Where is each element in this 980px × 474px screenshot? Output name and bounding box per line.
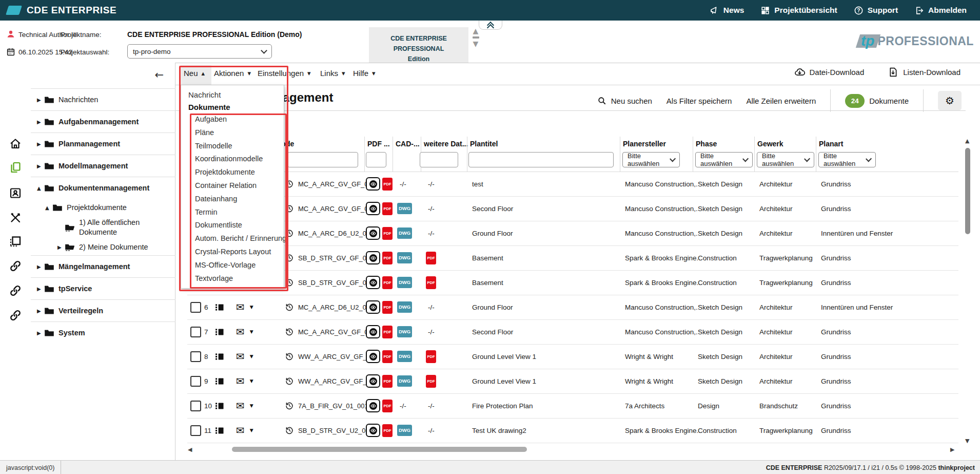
row-checkbox[interactable] [190,376,201,387]
tree-expand-arrow[interactable]: ▶ [57,244,65,250]
topnav-item-news[interactable]: News [710,6,744,15]
topnav-item-projektübersicht[interactable]: Projektübersicht [760,6,837,15]
tree-expand-arrow[interactable]: ▶ [37,119,44,125]
column-header-trade[interactable]: Gewerk [757,140,783,148]
sidebar-item-modellmanagement[interactable]: ▶Modellmanagement [31,155,175,177]
pdf-file-icon[interactable]: PDF [382,276,393,289]
dwg-file-icon[interactable]: DWG [397,326,412,337]
grid-row-icon[interactable] [215,328,225,336]
rail-copy-icon[interactable] [9,161,22,174]
row-checkbox[interactable] [190,327,201,337]
filter-select-trade[interactable]: Bitte auswählen [757,152,814,167]
scroll-right-icon[interactable]: ▶ [950,446,954,453]
sidebar-item-planmanagement[interactable]: ▶Planmanagement [31,132,175,155]
menu-item-aufgaben[interactable]: Aufgaben [181,113,284,126]
rail-link-icon[interactable] [9,260,22,272]
preview-eye-button[interactable] [366,350,380,363]
caret-down-icon[interactable]: ▼ [250,428,253,433]
tree-expand-arrow[interactable]: ▶ [37,141,44,147]
menu-item-pläne[interactable]: Pläne [181,126,284,140]
caret-down-icon[interactable]: ▼ [250,329,253,334]
project-select[interactable]: tp-pro-demo [127,44,272,59]
dwg-file-icon[interactable]: DWG [397,375,412,387]
button-listen-download[interactable]: Listen-Download [888,67,961,78]
row-checkbox[interactable] [190,351,201,362]
menu-item-termin[interactable]: Termin [181,206,284,219]
pdf-file-icon[interactable]: PDF [426,375,436,388]
tree-collapse-arrow[interactable]: ▲ [37,185,44,191]
history-icon[interactable] [285,426,294,435]
preview-eye-button[interactable] [366,325,380,338]
mail-icon[interactable]: ✉ [236,301,245,313]
tree-expand-arrow[interactable]: ▶ [37,264,44,270]
mail-icon[interactable]: ✉ [236,350,245,363]
column-header-title[interactable]: Plantitel [470,140,498,148]
grid-row-icon[interactable] [215,304,225,311]
pdf-file-icon[interactable]: PDF [382,375,393,388]
pdf-file-icon[interactable]: PDF [382,227,393,240]
rail-link-icon[interactable] [9,285,22,297]
pdf-file-icon[interactable]: PDF [382,400,393,412]
tree-expand-arrow[interactable]: ▶ [37,97,44,103]
caret-down-icon[interactable]: ▼ [250,305,253,310]
vertical-scrollbar[interactable] [965,148,970,234]
preview-eye-button[interactable] [366,202,380,215]
menu-item-dateianhang[interactable]: Dateianhang [181,193,284,206]
menu-item-teilmodelle[interactable]: Teilmodelle [181,140,284,153]
dwg-file-icon[interactable]: DWG [397,351,412,362]
filter-input-pdf[interactable] [366,152,386,167]
column-header-creator[interactable]: Planersteller [623,140,666,148]
pdf-file-icon[interactable]: PDF [382,326,393,338]
horizontal-scrollbar[interactable] [232,447,527,452]
scroll-left-icon[interactable]: ◀ [188,446,192,453]
row-checkbox[interactable] [190,401,201,411]
menu-item-ms-office-vorlage[interactable]: MS-Office-Vorlage [181,259,284,272]
column-header-more[interactable]: weitere Dat... [424,140,468,148]
menu-links[interactable]: Links▼ [320,69,345,78]
row-checkbox[interactable] [190,425,201,436]
history-icon[interactable] [285,352,294,361]
dwg-file-icon[interactable]: DWG [397,227,412,239]
history-icon[interactable] [285,327,294,336]
rail-module-icon[interactable] [9,235,22,248]
column-header-cad[interactable]: CAD-... [396,140,420,148]
filter-select-planart[interactable]: Bitte auswählen [818,152,876,167]
scroll-up-icon[interactable]: ▲ [473,28,479,34]
sidebar-item-nachrichten[interactable]: ▶Nachrichten [31,88,175,110]
scroll-bar-icon[interactable] [473,36,479,39]
pdf-file-icon[interactable]: PDF [426,276,436,289]
history-icon[interactable] [285,253,294,262]
dwg-file-icon[interactable]: DWG [397,252,412,263]
sidebar-item-2-meine-dokumente[interactable]: ▶2) Meine Dokumente [31,239,175,255]
sidebar-item-tpservice[interactable]: ▶tpService [31,277,175,299]
preview-eye-button[interactable] [366,276,380,289]
toolbar-als-filter-speichern[interactable]: Als Filter speichern [667,97,732,105]
rail-tools-icon[interactable] [9,212,22,224]
history-icon[interactable] [285,204,294,213]
pdf-file-icon[interactable]: PDF [426,252,436,264]
menu-neu[interactable]: Neu▲ [184,69,205,78]
preview-eye-button[interactable] [366,399,380,412]
caret-down-icon[interactable]: ▼ [250,378,253,384]
preview-eye-button[interactable] [366,226,380,240]
mail-icon[interactable]: ✉ [236,326,245,338]
sidebar-item-verteilregeln[interactable]: ▶Verteilregeln [31,299,175,321]
preview-eye-button[interactable] [366,424,380,437]
pdf-file-icon[interactable]: PDF [382,301,393,314]
sidebar-item-aufgabenmanagement[interactable]: ▶Aufgabenmanagement [31,110,175,132]
banner-scroller[interactable]: ▲ ▼ [471,28,481,47]
row-checkbox[interactable] [190,302,201,313]
sidebar-item-mängelmanagement[interactable]: ▶Mängelmanagement [31,255,175,277]
menu-item-koordinationmodelle[interactable]: Koordinationmodelle [181,153,284,166]
column-header-pdf[interactable]: PDF ... [367,140,390,148]
history-icon[interactable] [285,278,294,287]
scroll-down-icon[interactable]: ▼ [473,41,479,47]
menu-item-autom-bericht-erinnerung[interactable]: Autom. Bericht / Erinnerung [181,232,284,245]
preview-eye-button[interactable] [366,300,380,314]
dwg-file-icon[interactable]: DWG [397,301,412,313]
collapse-tree-arrow[interactable]: ← [154,69,164,81]
grid-row-icon[interactable] [215,353,225,361]
menu-aktionen[interactable]: Aktionen▼ [214,69,251,78]
sidebar-item-system[interactable]: ▶System [31,321,175,344]
menu-einstellungen[interactable]: Einstellungen▼ [258,69,311,78]
